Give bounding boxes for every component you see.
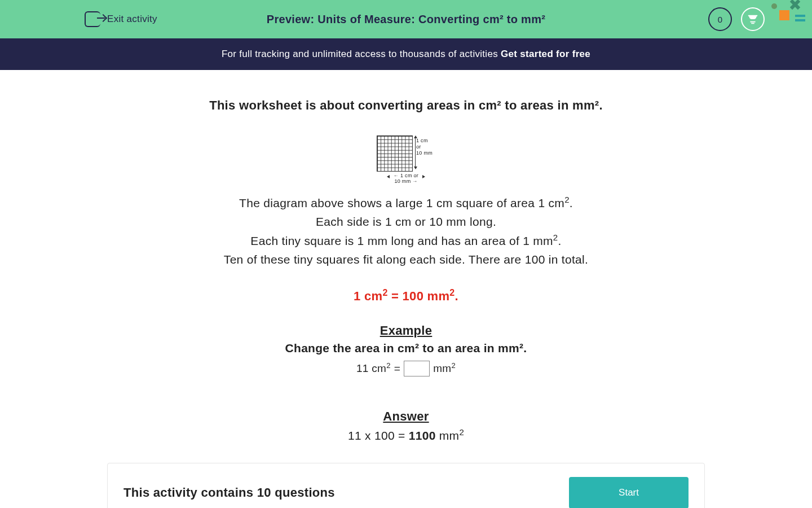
example-heading: Example bbox=[107, 323, 705, 338]
exit-activity-button[interactable]: Exit activity bbox=[85, 11, 157, 27]
banner-cta-link[interactable]: Get started for free bbox=[501, 49, 590, 59]
answer-block: Answer 11 x 100 = 1100 mm2 bbox=[107, 409, 705, 443]
example-prompt: Change the area in cm² to an area in mm²… bbox=[107, 341, 705, 355]
area-diagram: 1 cm or 10 mm ← 1 cm or 10 mm → bbox=[377, 135, 435, 185]
diagram-side-label: 1 cm or 10 mm bbox=[416, 135, 435, 156]
exit-label: Exit activity bbox=[107, 14, 157, 25]
example-equation: 11 cm2 = mm2 bbox=[107, 361, 705, 376]
start-activity-bar: This activity contains 10 questions Star… bbox=[107, 463, 705, 508]
exit-icon bbox=[85, 11, 100, 27]
banner-text: For full tracking and unlimited access t… bbox=[222, 49, 501, 59]
answer-line: 11 x 100 = 1100 mm2 bbox=[107, 427, 705, 443]
answer-heading: Answer bbox=[107, 409, 705, 424]
grid-square-icon bbox=[377, 135, 413, 172]
intro-text: This worksheet is about converting areas… bbox=[107, 98, 705, 113]
explanation-text: The diagram above shows a large 1 cm squ… bbox=[107, 193, 705, 269]
promo-banner: For full tracking and unlimited access t… bbox=[0, 38, 812, 70]
score-counter: 0 bbox=[708, 7, 732, 31]
trophy-icon bbox=[747, 13, 759, 25]
main-content: This worksheet is about converting areas… bbox=[96, 70, 716, 508]
diagram-bottom-label: ← 1 cm or 10 mm → bbox=[388, 173, 424, 184]
answer-input[interactable] bbox=[404, 361, 430, 376]
header-right: 0 bbox=[708, 7, 798, 31]
start-button[interactable]: Start bbox=[569, 477, 689, 508]
top-header: Exit activity Preview: Units of Measure:… bbox=[0, 0, 812, 38]
trophy-button[interactable] bbox=[741, 7, 765, 31]
conversion-formula: 1 cm2 = 100 mm2. bbox=[107, 288, 705, 304]
page-title: Preview: Units of Measure: Converting cm… bbox=[267, 13, 545, 26]
question-count: This activity contains 10 questions bbox=[123, 485, 335, 500]
